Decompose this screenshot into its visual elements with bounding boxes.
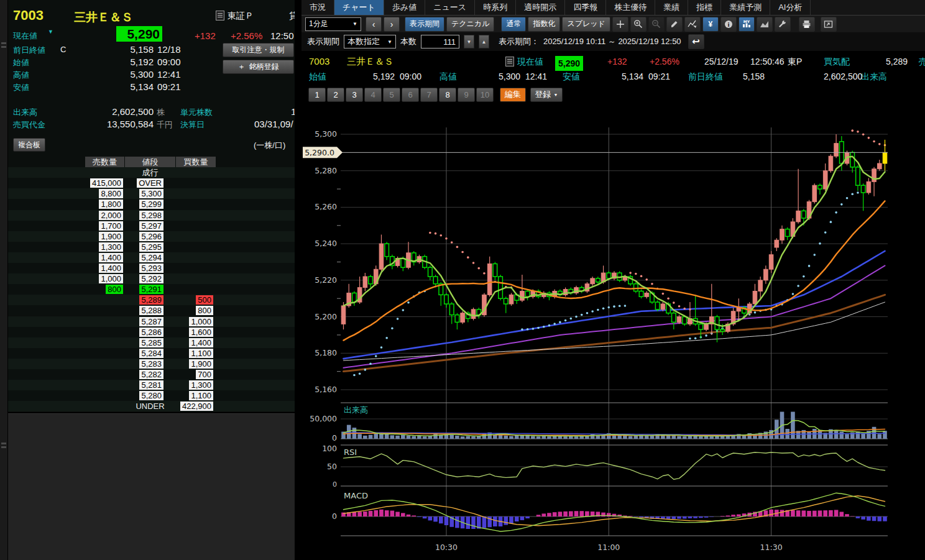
ask-price[interactable]: 5,300 <box>139 189 163 198</box>
left-splitter[interactable] <box>0 0 8 560</box>
next-button[interactable]: › <box>384 17 400 32</box>
chart-page-2[interactable]: 2 <box>327 88 344 102</box>
price-chart[interactable]: 5,3005,2805,2605,2405,2205,2005,1805,160… <box>301 106 925 560</box>
bid-price[interactable]: 5,287 <box>139 317 163 326</box>
tab-歩み値[interactable]: 歩み値 <box>384 0 425 15</box>
ask-price[interactable]: 5,292 <box>139 274 163 283</box>
chevron-down-icon[interactable]: ▼ <box>48 29 53 35</box>
crosshair-button[interactable] <box>612 17 628 32</box>
zoom-out-button[interactable] <box>648 17 665 32</box>
tab-株主優待[interactable]: 株主優待 <box>606 0 655 15</box>
splitter-handle[interactable] <box>1 446 6 448</box>
tab-業績[interactable]: 業績 <box>655 0 688 15</box>
chart-page-5[interactable]: 5 <box>383 88 400 102</box>
count-input[interactable]: 111 <box>421 35 459 48</box>
ask-qty[interactable]: 1,000 <box>99 274 123 283</box>
tab-四季報[interactable]: 四季報 <box>565 0 606 15</box>
bid-qty[interactable]: 1,400 <box>189 338 213 347</box>
tab-チャート[interactable]: チャート <box>334 0 384 15</box>
over-qty[interactable]: 415,000 <box>90 178 123 188</box>
bid-price[interactable]: 5,289 <box>139 295 163 305</box>
pencil-icon-button[interactable] <box>666 17 683 32</box>
reset-range-button[interactable]: ↩ <box>688 34 704 49</box>
bid-price[interactable]: 5,286 <box>139 328 163 337</box>
chart-page-4[interactable]: 4 <box>364 88 382 102</box>
bid-price[interactable]: 5,283 <box>139 359 163 369</box>
ask-qty[interactable]: 2,000 <box>99 211 123 220</box>
chart-page-1[interactable]: 1 <box>308 88 326 102</box>
splitter-handle[interactable] <box>1 42 6 44</box>
bid-price[interactable]: 5,284 <box>139 349 163 358</box>
ask-price[interactable]: 5,297 <box>139 221 163 231</box>
ask-price[interactable]: 5,296 <box>139 232 163 241</box>
interval-select[interactable]: 1分足▼ <box>305 17 361 31</box>
tab-指標[interactable]: 指標 <box>688 0 721 15</box>
bid-qty[interactable]: 700 <box>196 370 213 379</box>
trendline-draw-button[interactable] <box>684 17 701 32</box>
edit-button[interactable]: 編集 <box>500 88 526 102</box>
bid-price[interactable]: 5,282 <box>139 370 163 379</box>
chart-page-8[interactable]: 8 <box>439 88 456 102</box>
count-mode-select[interactable]: 本数指定 ▼ <box>344 35 396 48</box>
ask-price[interactable]: 5,293 <box>139 264 163 273</box>
yen-scale-button[interactable]: ¥ <box>702 17 719 32</box>
print-button[interactable] <box>799 17 815 32</box>
zoom-in-button[interactable] <box>630 17 647 32</box>
chart-page-3[interactable]: 3 <box>346 88 363 102</box>
info-button[interactable]: i <box>720 17 737 32</box>
chart-page-6[interactable]: 6 <box>402 88 419 102</box>
bid-qty[interactable]: 800 <box>196 306 213 315</box>
register-button[interactable]: 登録▼ <box>530 88 563 102</box>
ask-price[interactable]: 5,299 <box>139 200 163 209</box>
my-chart-button[interactable]: MY <box>739 17 755 32</box>
popup-window-button[interactable] <box>821 17 837 32</box>
technical-button[interactable]: テクニカル <box>446 17 494 32</box>
ask-qty[interactable]: 1,800 <box>99 200 123 209</box>
bid-qty[interactable]: 1,000 <box>189 317 213 326</box>
mode-normal-button[interactable]: 通常 <box>501 17 526 32</box>
ask-qty[interactable]: 800 <box>106 285 123 294</box>
bid-qty[interactable]: 1,600 <box>189 328 213 337</box>
ask-price[interactable]: 5,291 <box>139 285 163 294</box>
splitter-handle[interactable] <box>1 443 6 444</box>
chart-page-10[interactable]: 10 <box>476 88 494 102</box>
tab-市況[interactable]: 市況 <box>301 0 334 15</box>
settings-wrench-button[interactable] <box>775 17 791 32</box>
bid-qty[interactable]: 1,100 <box>189 391 213 400</box>
area-chart-button[interactable] <box>757 17 773 32</box>
display-period-button[interactable]: 表示期間 <box>405 17 444 32</box>
ask-qty[interactable]: 8,800 <box>99 189 123 198</box>
bid-qty[interactable]: 1,300 <box>189 380 213 390</box>
bid-price[interactable]: 5,288 <box>139 306 163 315</box>
chart-page-9[interactable]: 9 <box>458 88 475 102</box>
ask-qty[interactable]: 1,700 <box>99 221 123 231</box>
chart-page-7[interactable]: 7 <box>420 88 438 102</box>
bid-price[interactable]: 5,281 <box>139 380 163 390</box>
ask-qty[interactable]: 1,900 <box>99 232 123 241</box>
count-up-button[interactable]: ▲ <box>479 35 489 48</box>
splitter-handle[interactable] <box>1 46 6 48</box>
tab-時系列[interactable]: 時系列 <box>475 0 516 15</box>
ask-qty[interactable]: 1,400 <box>99 264 123 273</box>
tab-AI分析[interactable]: AI分析 <box>770 0 811 15</box>
ask-price[interactable]: 5,294 <box>139 253 163 262</box>
tab-適時開示[interactable]: 適時開示 <box>516 0 565 15</box>
add-watchlist-button[interactable]: ＋ 銘柄登録 <box>223 60 294 74</box>
bid-price[interactable]: 5,280 <box>139 391 163 400</box>
bid-price[interactable]: 5,285 <box>139 338 163 347</box>
prev-button[interactable]: ‹ <box>366 17 382 32</box>
tab-業績予測[interactable]: 業績予測 <box>721 0 770 15</box>
bid-qty[interactable]: 1,100 <box>189 349 213 358</box>
ask-qty[interactable]: 1,400 <box>99 253 123 262</box>
tab-ニュース[interactable]: ニュース <box>425 0 475 15</box>
bid-qty[interactable]: 1,900 <box>189 359 213 369</box>
mode-index-button[interactable]: 指数化 <box>528 17 560 32</box>
count-down-button[interactable]: ▼ <box>464 35 474 48</box>
ask-price[interactable]: 5,295 <box>139 242 163 252</box>
composite-board-button[interactable]: 複合板 <box>13 138 45 152</box>
mode-spread-button[interactable]: スプレッド <box>562 17 610 32</box>
trade-caution-button[interactable]: 取引注意・規制 <box>223 43 294 57</box>
bid-qty[interactable]: 500 <box>196 295 213 305</box>
ask-qty[interactable]: 1,300 <box>99 242 123 252</box>
ask-price[interactable]: 5,298 <box>139 211 163 220</box>
